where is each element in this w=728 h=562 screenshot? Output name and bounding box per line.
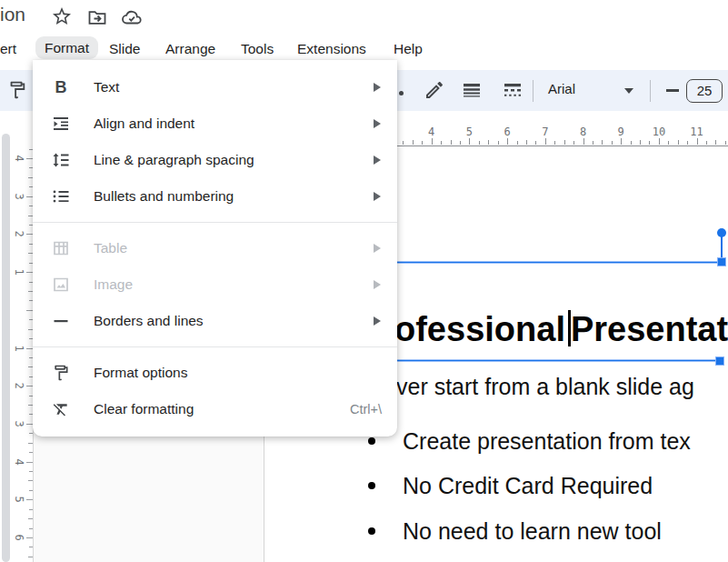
menubar-item-tools[interactable]: Tools [241,37,274,60]
ruler-tick [432,138,433,145]
menubar-item-slide[interactable]: Slide [109,37,140,60]
ruler-tick [441,141,442,145]
border-color-icon[interactable] [424,79,445,101]
bullet-item[interactable]: No Credit Card Required [403,473,653,499]
ruler-tick [26,537,33,538]
ruler-tick [668,141,669,145]
menu-item-line-spacing[interactable]: Line & paragraph spacing [33,142,397,178]
paint-format-icon[interactable] [6,79,28,101]
rotation-handle[interactable] [717,228,726,237]
star-icon[interactable] [51,5,73,27]
ruler-tick [403,141,404,145]
textbox-selection-top-border[interactable] [397,261,720,264]
menubar-item-help[interactable]: Help [394,37,423,60]
ruler-tick [602,140,603,146]
ruler-tick [687,141,688,145]
ruler-tick [564,140,565,146]
bullet-dot [368,437,375,445]
menu-item-text[interactable]: B Text [33,69,397,105]
bullet-item[interactable]: Create presentation from tex [403,428,691,455]
ruler-number: 3 [13,193,25,199]
format-menu: B Text Align and indent Line & paragraph… [33,60,397,437]
move-folder-icon[interactable] [86,6,108,28]
ruler-number: 8 [580,125,586,138]
ruler-number: 6 [504,125,510,138]
bullet-dot [368,527,375,535]
ruler-tick [631,141,632,145]
menu-item-bullets-numbering[interactable]: Bullets and numbering [33,178,397,215]
image-icon [50,274,72,296]
menu-divider [33,346,397,347]
ruler-tick [26,348,33,349]
menu-item-clear-formatting[interactable]: Clear formatting Ctrl+\ [33,391,397,427]
submenu-arrow-icon [374,244,381,253]
ruler-number: 3 [13,420,25,427]
ruler-tick [612,141,613,145]
ruler-tick [460,141,461,145]
border-dash-icon[interactable] [502,79,524,101]
font-size-input[interactable]: 25 [686,79,723,103]
menu-item-format-options[interactable]: Format options [33,355,397,391]
ruler-number: 5 [13,497,25,503]
ruler-tick [26,424,33,425]
menubar-item-format[interactable]: Format [35,36,98,59]
bold-icon: B [50,76,72,98]
ruler-tick [26,272,33,273]
font-family-select[interactable]: Arial [548,81,575,96]
decrease-font-size-button[interactable] [666,89,679,92]
ruler-number: 11 [690,125,703,138]
menu-item-table: Table [33,230,397,266]
cloud-check-icon[interactable] [121,6,143,28]
border-weight-icon[interactable] [461,79,483,101]
ruler-number: 4 [13,155,25,161]
table-icon [50,237,72,259]
chevron-down-icon[interactable] [624,88,633,94]
ruler-number: 5 [466,125,473,138]
ruler-tick [678,140,679,146]
slide-subtitle-text[interactable]: ver start from a blank slide ag [396,374,694,400]
fill-color-icon[interactable] [399,91,404,95]
menu-item-align-indent[interactable]: Align and indent [33,105,397,142]
bullet-item[interactable]: No need to learn new tool [403,518,662,545]
menu-item-borders-lines[interactable]: Borders and lines [33,303,397,339]
submenu-arrow-icon [374,192,381,201]
ruler-number: 4 [13,458,25,465]
ruler-tick [545,138,546,145]
ruler-tick [659,138,660,145]
menubar-item-extensions[interactable]: Extensions [297,37,366,60]
ruler-number: 4 [428,125,434,138]
horizontal-ruler-baseline [397,146,728,146]
slide-title-text[interactable]: ofessionalPresentati [394,310,728,349]
ruler-tick [26,234,33,235]
ruler-tick [26,462,33,463]
title-after-caret: Presentati [571,310,728,348]
menubar-item-insert-partial[interactable]: ert [0,37,16,60]
submenu-arrow-icon [374,156,381,165]
bullets-icon [50,186,72,207]
ruler-number: 9 [618,125,624,138]
ruler-tick [26,499,33,500]
bullet-dot [368,482,375,489]
menu-item-image: Image [33,266,397,303]
indent-icon [50,113,72,135]
ruler-tick [697,138,698,145]
ruler-tick [554,141,555,145]
paint-roller-icon [50,362,72,384]
ruler-number: 10 [653,125,665,138]
vertical-scrollbar[interactable] [2,134,10,562]
ruler-tick [573,141,574,145]
resize-handle-top-right[interactable] [717,257,726,266]
google-slides-window: ion ert Format Slide Arrange Tools Exten… [0,0,728,562]
ruler-tick [26,158,33,159]
doc-title-partial[interactable]: ion [0,4,25,25]
ruler-tick [517,141,518,145]
textbox-selection-bottom-border[interactable] [397,359,715,362]
menubar-item-arrange[interactable]: Arrange [165,37,215,60]
ruler-tick [593,141,593,145]
ruler-number: 1 [13,345,25,351]
submenu-arrow-icon [374,316,381,326]
ruler-tick [451,140,452,146]
resize-handle-bottom-right[interactable] [715,356,724,366]
ruler-tick [583,138,584,145]
ruler-tick [422,141,423,145]
